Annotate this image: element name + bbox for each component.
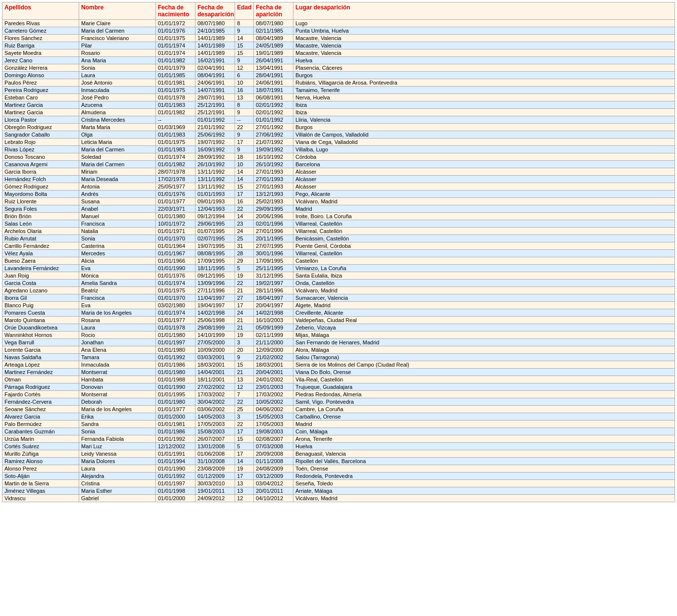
- table-row: Llorca PastorCristina Mercedes--01/01/19…: [2, 116, 675, 124]
- table-row: Carretero GómezMaria del Carmen01/01/197…: [2, 27, 675, 35]
- cell-fnac: 01/01/1974: [156, 153, 195, 161]
- table-row: Soto-AljánAlejandra01/01/199201/12/20091…: [2, 473, 675, 480]
- cell-fnac: 01/01/1980: [156, 346, 195, 354]
- table-row: Lavandeira FernándezEva01/01/199018/11/1…: [2, 265, 675, 272]
- cell-fapar: 18/03/2001: [254, 361, 293, 369]
- cell-fnac: 01/01/1976: [156, 272, 195, 280]
- cell-apellidos: Lavandeira Fernández: [2, 265, 79, 272]
- cell-apellidos: Palo Bermúdez: [2, 421, 79, 428]
- cell-edad: 15: [235, 435, 254, 443]
- cell-fdes: 03/06/2002: [195, 406, 235, 413]
- cell-lugar: San Fernando de Henares, Madrid: [293, 339, 675, 346]
- cell-nombre: Natalia: [79, 228, 156, 235]
- cell-fnac: 01/01/1982: [156, 109, 195, 116]
- cell-fdes: 01/07/1995: [195, 228, 235, 235]
- table-row: Ramirez AlonsoMaria Dolores01/01/199431/…: [2, 458, 675, 465]
- cell-fapar: 10/05/2002: [254, 398, 293, 406]
- table-row: Alvarez GarciaErika01/01/200014/05/20033…: [2, 413, 675, 421]
- cell-fdes: 25/12/1991: [195, 101, 235, 109]
- table-row: Juan RoigMónica01/01/197609/12/19951931/…: [2, 272, 675, 280]
- cell-fdes: 24/09/2012: [195, 495, 235, 502]
- cell-apellidos: Carabantes Guzmán: [2, 428, 79, 435]
- cell-fnac: 01/01/1990: [156, 383, 195, 391]
- cell-apellidos: Llorca Pastor: [2, 116, 79, 124]
- header-apellidos: Apellidos: [2, 2, 79, 20]
- cell-lugar: Huelva: [293, 57, 675, 64]
- cell-fnac: 01/01/2000: [156, 495, 195, 502]
- cell-nombre: Cristina Mercedes: [79, 116, 156, 124]
- cell-edad: 19: [235, 272, 254, 280]
- cell-fnac: 01/01/1977: [156, 406, 195, 413]
- cell-edad: 13: [235, 94, 254, 101]
- cell-lugar: Lugo: [293, 20, 675, 27]
- cell-edad: 22: [235, 124, 254, 131]
- cell-fnac: 01/01/1975: [156, 139, 195, 146]
- cell-fapar: 16/10/2003: [254, 317, 293, 324]
- cell-edad: 31: [235, 242, 254, 250]
- cell-lugar: Algete, Madrid: [293, 302, 675, 309]
- cell-edad: 14: [235, 213, 254, 220]
- cell-fnac: 01/01/1988: [156, 376, 195, 383]
- cell-nombre: Cristina: [79, 480, 156, 487]
- cell-fapar: 05/09/1999: [254, 324, 293, 332]
- cell-fapar: 27/01/1993: [254, 168, 293, 176]
- cell-edad: 10: [235, 161, 254, 168]
- cell-fdes: 18/11/2001: [195, 376, 235, 383]
- table-row: Rivas LópezMaria del Carmen01/01/198316/…: [2, 146, 675, 153]
- cell-edad: 5: [235, 265, 254, 272]
- cell-fapar: 03/12/2009: [254, 473, 293, 480]
- cell-edad: 15: [235, 361, 254, 369]
- cell-fdes: 08/04/1991: [195, 72, 235, 79]
- cell-edad: 21: [235, 287, 254, 294]
- cell-fapar: 08/07/1980: [254, 20, 293, 27]
- cell-apellidos: Fernández-Cervera: [2, 398, 79, 406]
- cell-fdes: 01/01/1992: [195, 116, 235, 124]
- cell-nombre: Fernanda Fabiola: [79, 435, 156, 443]
- cell-fdes: 13/11/1992: [195, 168, 235, 176]
- cell-apellidos: Carretero Gómez: [2, 27, 79, 35]
- cell-fapar: 20/06/1996: [254, 213, 293, 220]
- table-row: Párraga RodriguezDonovan01/01/199027/02/…: [2, 383, 675, 391]
- cell-apellidos: Archelos Olaria: [2, 228, 79, 235]
- table-row: Martinez FernándezMontserrat01/01/198014…: [2, 369, 675, 376]
- cell-apellidos: Sayete Moedra: [2, 49, 79, 57]
- cell-fapar: 20/04/2001: [254, 369, 293, 376]
- cell-apellidos: Gómez Rodriguez: [2, 183, 79, 190]
- cell-fnac: 28/07/1978: [156, 168, 195, 176]
- cell-edad: 23: [235, 220, 254, 228]
- table-row: Ruiz LlorenteSusana01/01/197709/01/19931…: [2, 198, 675, 205]
- table-row: Pereira RodriguezInmaculada01/01/197514/…: [2, 87, 675, 94]
- cell-fapar: 17/05/2003: [254, 421, 293, 428]
- cell-edad: 17: [235, 302, 254, 309]
- cell-apellidos: Lorente Garcia: [2, 346, 79, 354]
- cell-nombre: Olga: [79, 131, 156, 139]
- table-row: Vélez AyalaMercedes01/01/196708/08/19952…: [2, 250, 675, 257]
- cell-fdes: 19/07/1992: [195, 139, 235, 146]
- cell-apellidos: González Herrera: [2, 64, 79, 72]
- cell-apellidos: Martinez Garcia: [2, 109, 79, 116]
- cell-fapar: 07/03/2008: [254, 443, 293, 450]
- cell-edad: 17: [235, 450, 254, 458]
- cell-fdes: 19/07/1995: [195, 242, 235, 250]
- cell-fdes: 23/08/2009: [195, 465, 235, 473]
- table-row: Rubio ArrutatSonia01/01/197002/07/199525…: [2, 235, 675, 242]
- table-row: Garcia CostaAmelia Sandra01/01/197413/09…: [2, 280, 675, 287]
- cell-edad: --: [235, 116, 254, 124]
- table-row: Wanninkhot HornosRocio01/01/198014/10/19…: [2, 332, 675, 339]
- cell-fdes: 25/06/1992: [195, 131, 235, 139]
- cell-nombre: Eva: [79, 265, 156, 272]
- cell-apellidos: Bueso Zaera: [2, 257, 79, 265]
- cell-fdes: 29/06/1995: [195, 220, 235, 228]
- cell-apellidos: Lebrato Rojo: [2, 139, 79, 146]
- cell-fapar: 29/09/1995: [254, 205, 293, 213]
- cell-lugar: Rubiáns, Villagarcia de Arosa. Pontevedr…: [293, 79, 675, 87]
- cell-lugar: Benicàssim, Castellón: [293, 235, 675, 242]
- cell-fdes: 09/12/1994: [195, 213, 235, 220]
- table-row: Ruiz BarrigaPilar01/01/197414/01/1989152…: [2, 42, 675, 49]
- cell-lugar: Macastre, Valencia: [293, 49, 675, 57]
- cell-lugar: Redondela, Pontevedra: [293, 473, 675, 480]
- cell-lugar: Sierra de los Molinos del Campo (Ciudad …: [293, 361, 675, 369]
- cell-fdes: 09/12/1995: [195, 272, 235, 280]
- cell-fdes: 14/04/2001: [195, 369, 235, 376]
- cell-apellidos: Esteban Caro: [2, 94, 79, 101]
